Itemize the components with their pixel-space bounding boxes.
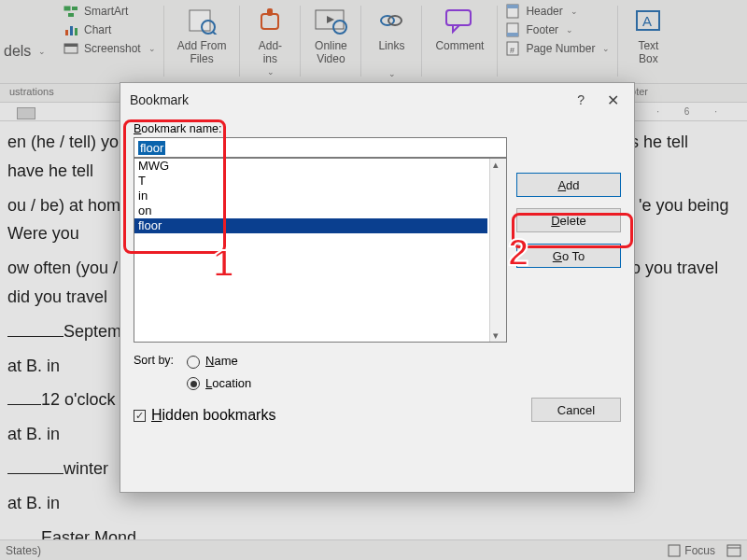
ribbon-header[interactable]: Header⌄ (505, 4, 610, 19)
list-item-selected[interactable]: floor (134, 218, 487, 233)
close-button[interactable]: ✕ (601, 91, 625, 109)
bookmark-list[interactable]: MWG T in on floor (134, 158, 507, 343)
focus-icon (668, 544, 681, 557)
page-number-icon: # (505, 41, 520, 56)
svg-rect-0 (64, 7, 70, 10)
svg-rect-21 (507, 5, 518, 8)
svg-rect-7 (64, 44, 78, 47)
header-icon (505, 4, 520, 19)
ribbon-addins[interactable]: Add- ins⌄ (247, 2, 292, 78)
ribbon-page-number[interactable]: # Page Number⌄ (505, 41, 610, 56)
svg-rect-23 (507, 33, 518, 36)
svg-rect-2 (68, 13, 74, 17)
smartart-icon (63, 4, 78, 19)
status-bar: States) Focus (0, 539, 747, 560)
svg-marker-19 (453, 25, 459, 32)
ribbon-screenshot[interactable]: Screenshot⌄ (63, 41, 156, 56)
add-from-files-icon (185, 4, 218, 37)
add-button[interactable]: Add (516, 173, 621, 197)
svg-text:A: A (642, 13, 652, 29)
callout-label-1: 1 (213, 243, 233, 285)
ribbon-online-video[interactable]: Online Video (308, 2, 353, 67)
svg-rect-3 (65, 30, 68, 35)
comment-icon (443, 4, 476, 37)
goto-button[interactable]: Go To (516, 244, 621, 268)
svg-text:#: # (510, 46, 514, 55)
ribbon-links[interactable]: Links⌄ (369, 2, 414, 80)
view-icon[interactable] (726, 544, 741, 557)
list-item[interactable]: MWG (134, 159, 506, 174)
sort-location-radio[interactable]: Location (187, 376, 251, 391)
ribbon-text-box[interactable]: A Text Box⌄ (626, 2, 670, 93)
online-video-icon (314, 4, 347, 37)
ribbon-add-from-files[interactable]: Add From Files (172, 2, 233, 67)
ribbon-smartart[interactable]: SmartArt (63, 4, 156, 19)
status-language[interactable]: States) (6, 544, 41, 557)
svg-rect-28 (669, 545, 680, 556)
bookmark-name-input[interactable]: floor (134, 137, 507, 158)
svg-rect-5 (75, 28, 78, 35)
bookmark-dialog: Bookmark ? ✕ Bookmark name: floor MWG T … (120, 82, 635, 493)
svg-rect-11 (261, 14, 278, 29)
dialog-title: Bookmark (130, 92, 189, 107)
text-box-icon: A (631, 4, 665, 37)
footer-icon (505, 22, 520, 37)
screenshot-icon (63, 41, 78, 56)
bookmark-name-label: Bookmark name: (134, 122, 621, 135)
svg-rect-29 (727, 545, 740, 556)
svg-marker-14 (327, 16, 334, 23)
svg-point-15 (333, 21, 346, 34)
addins-icon (253, 4, 287, 37)
svg-rect-4 (70, 26, 73, 35)
delete-button[interactable]: Delete (516, 208, 621, 232)
help-button[interactable]: ? (577, 92, 585, 107)
focus-mode-button[interactable]: Focus (668, 544, 715, 557)
sort-name-radio[interactable]: Name (187, 354, 251, 369)
dialog-titlebar[interactable]: Bookmark ? ✕ (120, 83, 634, 117)
cancel-button[interactable]: Cancel (531, 398, 621, 422)
list-item[interactable]: in (134, 189, 506, 203)
ribbon-3d-models[interactable]: dels⌄ (4, 43, 46, 60)
chart-icon (63, 22, 78, 37)
svg-rect-18 (446, 10, 471, 25)
list-item[interactable]: on (134, 203, 506, 218)
ribbon-chart[interactable]: Chart (63, 22, 156, 37)
svg-rect-1 (72, 7, 78, 10)
ribbon: dels⌄ SmartArt Chart Screenshot⌄ Add Fro… (0, 0, 747, 84)
svg-rect-12 (267, 8, 273, 16)
list-scrollbar[interactable] (489, 159, 506, 342)
ribbon-footer[interactable]: Footer⌄ (505, 22, 610, 37)
svg-line-10 (213, 32, 218, 35)
ribbon-comment[interactable]: Comment (430, 2, 489, 54)
list-item[interactable]: T (134, 174, 506, 189)
sortby-label: Sort by: (134, 354, 174, 367)
links-icon (374, 4, 408, 37)
callout-label-2: 2 (508, 231, 529, 273)
